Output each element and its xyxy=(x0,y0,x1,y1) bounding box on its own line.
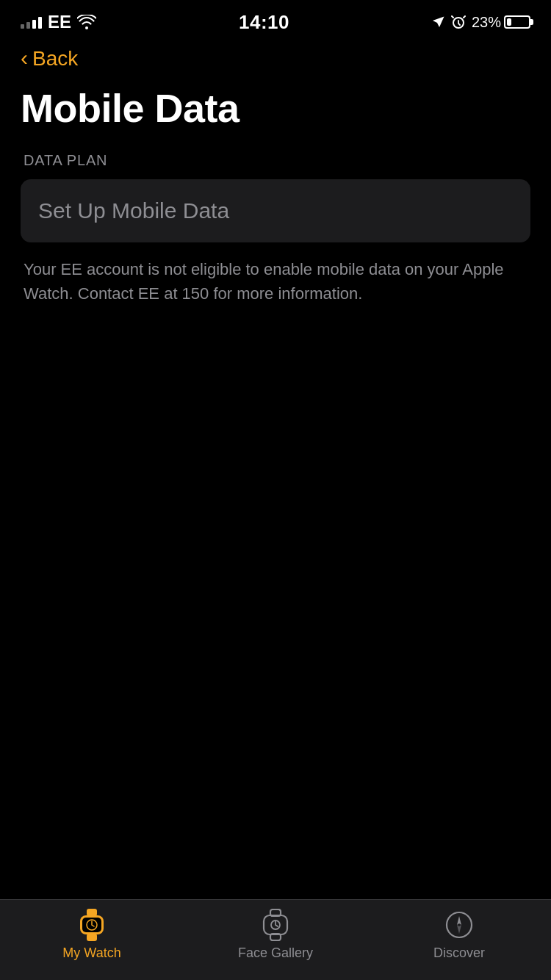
svg-rect-2 xyxy=(87,934,97,941)
back-label: Back xyxy=(32,47,78,71)
setup-mobile-data-card[interactable]: Set Up Mobile Data xyxy=(21,179,530,242)
battery-percent-label: 23% xyxy=(472,14,501,31)
page-title: Mobile Data xyxy=(0,75,551,152)
section-label-data-plan: DATA PLAN xyxy=(21,152,530,169)
tab-face-gallery[interactable]: Face Gallery xyxy=(184,909,367,961)
alarm-icon xyxy=(451,15,466,29)
svg-marker-11 xyxy=(457,916,461,925)
tab-discover[interactable]: Discover xyxy=(367,909,551,961)
svg-rect-1 xyxy=(87,909,97,916)
wifi-icon xyxy=(77,15,96,29)
content-area: DATA PLAN Set Up Mobile Data Your EE acc… xyxy=(0,152,551,306)
tab-face-gallery-label: Face Gallery xyxy=(238,945,313,961)
tab-discover-label: Discover xyxy=(433,945,485,961)
battery-icon xyxy=(504,15,530,29)
face-gallery-icon xyxy=(259,909,292,941)
my-watch-icon xyxy=(76,909,108,941)
tab-bar: My Watch Face Gallery xyxy=(0,899,551,980)
setup-mobile-data-label: Set Up Mobile Data xyxy=(38,198,229,223)
status-bar: EE 14:10 23% xyxy=(0,0,551,40)
status-time: 14:10 xyxy=(239,11,289,34)
back-button[interactable]: ‹ Back xyxy=(21,47,530,71)
location-icon xyxy=(432,15,445,29)
svg-marker-12 xyxy=(457,925,461,934)
status-left: EE xyxy=(21,12,96,32)
status-right: 23% xyxy=(432,14,530,31)
signal-bars-icon xyxy=(21,15,42,29)
nav-bar: ‹ Back xyxy=(0,40,551,75)
chevron-left-icon: ‹ xyxy=(21,47,28,69)
discover-icon xyxy=(443,909,475,941)
info-text: Your EE account is not eligible to enabl… xyxy=(21,257,530,306)
tab-my-watch[interactable]: My Watch xyxy=(0,909,184,961)
tab-my-watch-label: My Watch xyxy=(62,945,120,961)
battery-indicator: 23% xyxy=(472,14,530,31)
carrier-label: EE xyxy=(48,12,71,32)
